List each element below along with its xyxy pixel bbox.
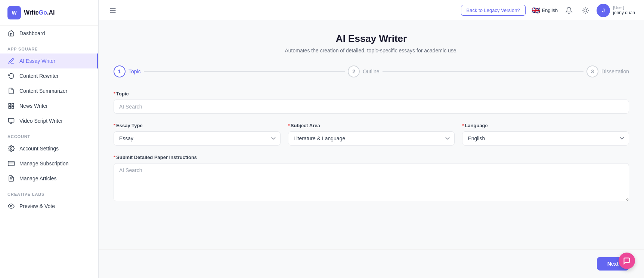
file2-icon <box>7 175 15 182</box>
svg-rect-0 <box>9 103 10 105</box>
page-title: AI Essay Writer <box>114 33 629 45</box>
subject-area-label: * Subject Area <box>288 123 455 128</box>
header-right: Back to Legacy Version? 🇬🇧 English <box>461 4 635 17</box>
logo[interactable]: W WriteGo.AI <box>0 0 98 26</box>
svg-rect-1 <box>12 103 14 105</box>
main-content: Back to Legacy Version? 🇬🇧 English <box>99 0 644 278</box>
language-label: * Language <box>462 123 629 128</box>
dropdowns-row: * Essay Type Essay Argumentative Descrip… <box>114 123 629 146</box>
sidebar-item-video-script-writer[interactable]: Video Script Writer <box>0 113 98 128</box>
sidebar-news-writer-label: News Writer <box>19 103 48 109</box>
logo-text: WriteGo.AI <box>24 9 55 16</box>
svg-rect-4 <box>9 118 14 122</box>
language-label: English <box>542 7 558 13</box>
hamburger-button[interactable] <box>108 5 118 16</box>
sidebar-preview-vote-label: Preview & Vote <box>19 203 55 209</box>
step-1-number: 1 <box>118 68 121 74</box>
essay-type-select[interactable]: Essay Argumentative Descriptive Narrativ… <box>114 131 281 146</box>
sidebar-item-account-settings[interactable]: Account Settings <box>0 141 98 156</box>
account-label: ACCOUNT <box>0 128 98 141</box>
sidebar-manage-subscription-label: Manage Subscription <box>19 161 69 167</box>
sidebar: W WriteGo.AI Dashboard APP SQUARE AI Ess… <box>0 0 99 278</box>
sidebar-dashboard-label: Dashboard <box>19 30 45 36</box>
sidebar-item-manage-subscription[interactable]: Manage Subscription <box>0 156 98 171</box>
sidebar-account-settings-label: Account Settings <box>19 146 59 152</box>
essay-type-label-text: Essay Type <box>116 123 143 128</box>
instructions-textarea[interactable] <box>114 163 629 201</box>
sidebar-item-manage-articles[interactable]: Manage Articles <box>0 171 98 186</box>
notifications-button[interactable] <box>564 5 574 16</box>
user-info: [User] jonny quan <box>613 5 635 16</box>
sidebar-item-content-summarizer[interactable]: Content Summarizer <box>0 83 98 98</box>
svg-line-24 <box>588 8 588 8</box>
essay-type-label: * Essay Type <box>114 123 281 128</box>
sidebar-video-script-writer-label: Video Script Writer <box>19 118 63 124</box>
app-square-label: APP SQUARE <box>0 41 98 54</box>
language-label-text: Language <box>465 123 487 128</box>
header-left <box>108 5 118 16</box>
subject-area-section: * Subject Area Literature & Language Sci… <box>288 123 455 146</box>
step-2-circle: 2 <box>348 65 360 77</box>
svg-rect-2 <box>12 107 14 109</box>
page-subtitle: Automates the creation of detailed, topi… <box>114 48 629 54</box>
steps-indicator: 1 Topic 2 Outline 3 Dissertation <box>114 65 629 77</box>
topic-label: * Topic <box>114 91 629 97</box>
instructions-section: * Submit Detailed Paper Instructions <box>114 155 629 203</box>
svg-point-7 <box>10 148 12 150</box>
topic-input[interactable] <box>114 100 629 114</box>
monitor-icon <box>7 117 15 125</box>
step-3-number: 3 <box>591 68 594 74</box>
instructions-label-text: Submit Detailed Paper Instructions <box>116 155 197 160</box>
legacy-version-button[interactable]: Back to Legacy Version? <box>461 5 526 16</box>
sidebar-item-preview-vote[interactable]: Preview & Vote <box>0 199 98 214</box>
gear-icon <box>7 145 15 152</box>
content-area: AI Essay Writer Automates the creation o… <box>99 21 644 249</box>
logo-icon: W <box>7 6 21 19</box>
language-section: * Language English Spanish French German… <box>462 123 629 146</box>
step-line-2 <box>383 71 584 72</box>
user-profile[interactable]: J [User] jonny quan <box>597 4 635 17</box>
step-line-1 <box>144 71 345 72</box>
step-3-label: Dissertation <box>601 68 629 74</box>
instructions-label: * Submit Detailed Paper Instructions <box>114 155 629 160</box>
sidebar-item-news-writer[interactable]: News Writer <box>0 98 98 113</box>
sidebar-item-content-rewriter[interactable]: Content Rewriter <box>0 68 98 83</box>
file-icon <box>7 87 15 95</box>
subject-area-select[interactable]: Literature & Language Science Mathematic… <box>288 131 455 146</box>
floating-help-button[interactable] <box>619 253 635 269</box>
theme-toggle-button[interactable] <box>580 5 591 16</box>
sidebar-ai-essay-writer-label: AI Essay Writer <box>19 58 55 64</box>
svg-line-20 <box>588 12 588 13</box>
grid-icon <box>7 102 15 110</box>
footer-actions: Next <box>99 249 644 278</box>
sidebar-content-rewriter-label: Content Rewriter <box>19 73 59 79</box>
step-2: 2 Outline <box>348 65 379 77</box>
topic-label-text: Topic <box>116 91 129 97</box>
topic-section: * Topic <box>114 91 629 114</box>
header: Back to Legacy Version? 🇬🇧 English <box>99 0 644 21</box>
svg-rect-3 <box>9 107 10 109</box>
flag-icon: 🇬🇧 <box>532 6 540 15</box>
sidebar-manage-articles-label: Manage Articles <box>19 175 57 181</box>
svg-point-12 <box>10 205 12 207</box>
svg-line-19 <box>583 8 583 8</box>
step-3: 3 Dissertation <box>586 65 629 77</box>
sidebar-item-ai-essay-writer[interactable]: AI Essay Writer <box>0 54 98 68</box>
sidebar-content-summarizer-label: Content Summarizer <box>19 88 67 94</box>
eye-icon <box>7 202 15 210</box>
svg-rect-8 <box>8 161 15 166</box>
step-2-number: 2 <box>352 68 355 74</box>
pencil-icon <box>7 57 15 65</box>
svg-line-23 <box>583 12 583 13</box>
card-icon <box>7 160 15 167</box>
step-1: 1 Topic <box>114 65 141 77</box>
user-label: [User] <box>613 5 635 10</box>
sidebar-item-dashboard[interactable]: Dashboard <box>0 26 98 41</box>
language-selector[interactable]: 🇬🇧 English <box>532 6 558 15</box>
creative-labs-label: CREATIVE LABS <box>0 186 98 199</box>
step-1-label: Topic <box>129 68 141 74</box>
user-name: jonny quan <box>613 10 635 16</box>
step-3-circle: 3 <box>586 65 598 77</box>
subject-area-label-text: Subject Area <box>291 123 320 128</box>
language-select[interactable]: English Spanish French German Chinese <box>462 131 629 146</box>
